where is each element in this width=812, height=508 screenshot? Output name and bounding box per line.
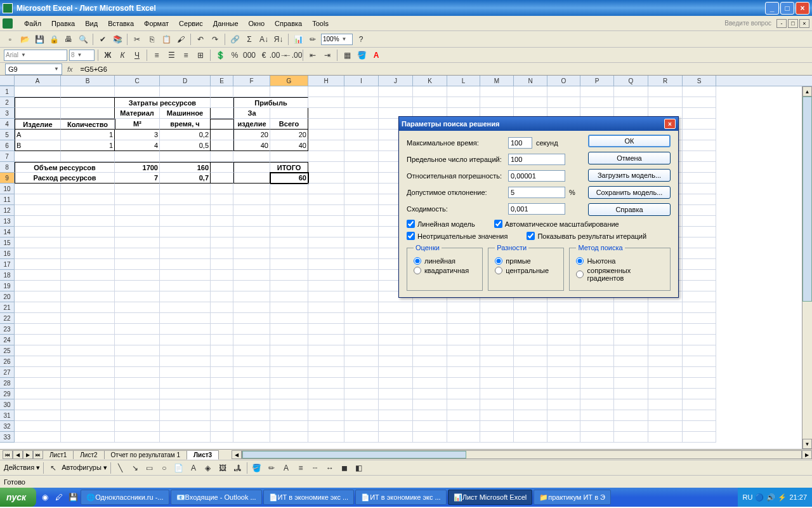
- cell[interactable]: [233, 173, 270, 184]
- cell[interactable]: [614, 356, 648, 367]
- cell[interactable]: За: [233, 108, 270, 119]
- cell[interactable]: [514, 399, 547, 410]
- estimate-quadratic-radio[interactable]: квадратичная: [414, 267, 476, 274]
- cell[interactable]: [614, 313, 648, 324]
- select-all-corner[interactable]: [0, 76, 15, 86]
- cell[interactable]: [160, 237, 211, 248]
- cell[interactable]: [115, 324, 160, 335]
- cell[interactable]: [115, 302, 160, 313]
- row-header[interactable]: 7: [0, 151, 15, 162]
- sort-desc-icon[interactable]: Я↓: [272, 33, 285, 46]
- cell[interactable]: [580, 389, 614, 399]
- cell[interactable]: [160, 216, 211, 227]
- cell[interactable]: [61, 356, 115, 367]
- deriv-central-radio[interactable]: центральные: [495, 267, 557, 274]
- deriv-forward-radio[interactable]: прямые: [495, 257, 557, 265]
- cell[interactable]: [683, 345, 716, 356]
- tab-nav-next[interactable]: ▶: [23, 450, 33, 459]
- cell[interactable]: [211, 194, 233, 205]
- cell[interactable]: [379, 97, 413, 108]
- cell[interactable]: [15, 432, 61, 443]
- cell[interactable]: [61, 108, 115, 119]
- spelling-icon[interactable]: ✔: [96, 33, 109, 46]
- decrease-decimal-icon[interactable]: ←.00: [287, 49, 299, 62]
- merge-icon[interactable]: ⊞: [194, 49, 207, 62]
- cell[interactable]: [683, 291, 716, 302]
- scroll-down-button[interactable]: ▼: [802, 439, 812, 449]
- decrease-indent-icon[interactable]: ⇤: [306, 49, 319, 62]
- font-color-icon[interactable]: A: [370, 49, 383, 62]
- cell[interactable]: [413, 410, 447, 421]
- cell[interactable]: [15, 227, 61, 237]
- font-dropdown[interactable]: Arial▼: [4, 50, 67, 61]
- search-newton-radio[interactable]: Ньютона: [576, 257, 664, 265]
- cell[interactable]: [15, 421, 61, 432]
- cell[interactable]: [480, 421, 514, 432]
- row-header[interactable]: 5: [0, 130, 15, 140]
- cell[interactable]: [648, 410, 683, 421]
- cell[interactable]: [379, 378, 413, 389]
- cell[interactable]: 60: [270, 173, 308, 184]
- cell[interactable]: [308, 237, 344, 248]
- permission-icon[interactable]: 🔒: [48, 33, 60, 46]
- cell[interactable]: Всего: [270, 119, 308, 130]
- cell[interactable]: [614, 389, 648, 399]
- cell[interactable]: [211, 270, 233, 281]
- cell[interactable]: [480, 389, 514, 399]
- ok-button[interactable]: ОК: [588, 135, 671, 147]
- cell[interactable]: [15, 237, 61, 248]
- cell[interactable]: [683, 259, 716, 270]
- cell[interactable]: [160, 389, 211, 399]
- cell[interactable]: [547, 335, 580, 345]
- cell[interactable]: [447, 86, 480, 97]
- size-dropdown[interactable]: 8▼: [69, 50, 95, 61]
- col-header[interactable]: B: [61, 76, 115, 86]
- row-header[interactable]: 14: [0, 227, 15, 237]
- cell[interactable]: [270, 248, 308, 259]
- cell[interactable]: [447, 367, 480, 378]
- cell[interactable]: [514, 345, 547, 356]
- cell[interactable]: [683, 184, 716, 194]
- scroll-thumb[interactable]: [802, 97, 812, 302]
- menu-data[interactable]: Данные: [208, 18, 244, 29]
- cell[interactable]: 0,2: [160, 130, 211, 140]
- cell[interactable]: [270, 335, 308, 345]
- cell[interactable]: [15, 291, 61, 302]
- cell[interactable]: [308, 367, 344, 378]
- cell[interactable]: [480, 399, 514, 410]
- cell[interactable]: [344, 259, 379, 270]
- cell[interactable]: [308, 194, 344, 205]
- cell[interactable]: [270, 345, 308, 356]
- cell[interactable]: [308, 399, 344, 410]
- cell[interactable]: [308, 248, 344, 259]
- col-header[interactable]: E: [211, 76, 233, 86]
- cell[interactable]: [233, 151, 270, 162]
- cell[interactable]: [61, 86, 115, 97]
- cell[interactable]: [233, 162, 270, 173]
- cell[interactable]: [614, 367, 648, 378]
- maximize-button[interactable]: □: [780, 2, 794, 15]
- cell[interactable]: [61, 410, 115, 421]
- cell[interactable]: [344, 302, 379, 313]
- cell[interactable]: [614, 399, 648, 410]
- cell[interactable]: [270, 367, 308, 378]
- cell[interactable]: [15, 302, 61, 313]
- cell[interactable]: [580, 97, 614, 108]
- cell[interactable]: В: [15, 140, 61, 151]
- cell[interactable]: [344, 421, 379, 432]
- cell[interactable]: [233, 237, 270, 248]
- cell[interactable]: [160, 291, 211, 302]
- sort-asc-icon[interactable]: А↓: [258, 33, 270, 46]
- cell[interactable]: [447, 335, 480, 345]
- cell[interactable]: [233, 86, 270, 97]
- cell[interactable]: [344, 367, 379, 378]
- ask-question-box[interactable]: Введите вопрос: [724, 20, 774, 27]
- cell[interactable]: [344, 227, 379, 237]
- cell[interactable]: [115, 313, 160, 324]
- cell[interactable]: Объем рессурсов: [15, 162, 115, 173]
- cell[interactable]: [308, 140, 344, 151]
- cell[interactable]: [683, 270, 716, 281]
- cell[interactable]: [115, 421, 160, 432]
- cell[interactable]: [683, 227, 716, 237]
- cell[interactable]: [344, 119, 379, 130]
